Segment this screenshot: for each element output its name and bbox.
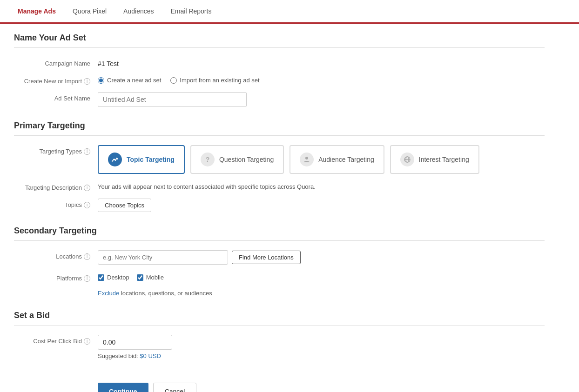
create-new-info-icon[interactable]: i [84, 78, 90, 85]
targeting-types-row: Targeting Types i Topic Targeting?Questi… [14, 145, 545, 174]
set-a-bid-section: Set a Bid Cost Per Click Bid i Suggested… [14, 311, 545, 359]
checkbox-input-mobile[interactable] [137, 274, 143, 281]
targeting-description-label: Targeting Description i [14, 181, 98, 191]
exclude-row: Exclude locations, questions, or audienc… [14, 289, 545, 297]
secondary-targeting-section: Secondary Targeting Locations i Find Mor… [14, 226, 545, 297]
platform-label-mobile: Mobile [146, 274, 164, 281]
cost-per-click-row: Cost Per Click Bid i Suggested bid: $0 U… [14, 335, 545, 359]
svg-point-0 [305, 157, 308, 159]
location-input-row: Find More Locations [98, 250, 545, 265]
nav-item-manage-ads[interactable]: Manage Ads [9, 0, 64, 24]
exclude-label-spacer [14, 289, 98, 292]
secondary-targeting-title: Secondary Targeting [14, 226, 545, 241]
create-new-label: Create New or Import i [14, 75, 98, 85]
targeting-card-label-topic: Topic Targeting [127, 156, 175, 163]
locations-row: Locations i Find More Locations [14, 250, 545, 265]
targeting-description-text: Your ads will appear next to content ass… [98, 181, 545, 190]
interest-icon [400, 153, 414, 166]
cancel-button[interactable]: Cancel [153, 383, 197, 392]
targeting-card-interest[interactable]: Interest Targeting [390, 145, 479, 174]
targeting-card-audience[interactable]: Audience Targeting [290, 145, 384, 174]
radio-input-import[interactable] [170, 77, 177, 84]
targeting-card-label-audience: Audience Targeting [318, 156, 374, 163]
topics-info-icon[interactable]: i [84, 202, 90, 208]
targeting-card-label-question: Question Targeting [219, 156, 274, 163]
continue-button[interactable]: Continue [98, 383, 148, 392]
exclude-text-container: Exclude locations, questions, or audienc… [98, 290, 212, 297]
platforms-row: Platforms i DesktopMobile [14, 272, 545, 282]
bid-section-title: Set a Bid [14, 311, 545, 326]
create-new-row: Create New or Import i Create a new ad s… [14, 75, 545, 85]
locations-label: Locations i [14, 250, 98, 260]
nav-item-quora-pixel[interactable]: Quora Pixel [64, 0, 115, 24]
ad-set-name-row: Ad Set Name [14, 92, 545, 107]
location-input[interactable] [98, 250, 228, 265]
targeting-description-row: Targeting Description i Your ads will ap… [14, 181, 545, 191]
ad-set-name-label: Ad Set Name [14, 92, 98, 102]
targeting-card-topic[interactable]: Topic Targeting [98, 145, 185, 174]
topics-content: Choose Topics [98, 199, 545, 212]
top-nav: Manage AdsQuora PixelAudiencesEmail Repo… [0, 0, 579, 24]
campaign-name-value: #1 Test [98, 57, 545, 67]
platforms-content: DesktopMobile [98, 272, 545, 281]
platforms-info-icon[interactable]: i [84, 275, 90, 282]
exclude-content: Exclude locations, questions, or audienc… [98, 289, 545, 297]
name-section-title: Name Your Ad Set [14, 33, 545, 48]
create-new-options: Create a new ad setImport from an existi… [98, 75, 545, 84]
platform-checkbox-desktop[interactable]: Desktop [98, 274, 129, 281]
radio-option-new[interactable]: Create a new ad set [98, 77, 161, 84]
name-your-ad-set-section: Name Your Ad Set Campaign Name #1 Test C… [14, 33, 545, 107]
locations-info-icon[interactable]: i [84, 253, 90, 260]
exclude-suffix: locations, questions, or audiences [119, 290, 212, 297]
suggested-bid-text: Suggested bid: $0 USD [98, 352, 545, 359]
ad-set-name-input[interactable] [98, 92, 247, 107]
bid-input[interactable] [98, 335, 172, 350]
campaign-name-label: Campaign Name [14, 57, 98, 67]
targeting-card-label-interest: Interest Targeting [419, 156, 469, 163]
targeting-types-info-icon[interactable]: i [84, 148, 90, 155]
bid-info-icon[interactable]: i [84, 338, 90, 345]
campaign-name-row: Campaign Name #1 Test [14, 57, 545, 67]
nav-item-email-reports[interactable]: Email Reports [162, 0, 220, 24]
platform-checkbox-mobile[interactable]: Mobile [137, 274, 164, 281]
radio-option-import[interactable]: Import from an existing ad set [170, 77, 259, 84]
choose-topics-button[interactable]: Choose Topics [98, 199, 151, 212]
nav-item-audiences[interactable]: Audiences [115, 0, 162, 24]
topics-row: Topics i Choose Topics [14, 199, 545, 212]
topics-label: Topics i [14, 199, 98, 208]
exclude-link[interactable]: Exclude [98, 290, 119, 297]
cost-per-click-label: Cost Per Click Bid i [14, 335, 98, 345]
suggested-bid-value: $0 USD [140, 352, 161, 359]
find-more-locations-button[interactable]: Find More Locations [232, 251, 301, 264]
radio-label-import: Import from an existing ad set [180, 77, 259, 84]
ad-set-name-content [98, 92, 545, 107]
targeting-card-question[interactable]: ?Question Targeting [190, 145, 284, 174]
question-icon: ? [201, 153, 215, 166]
radio-input-new[interactable] [98, 77, 104, 84]
primary-targeting-title: Primary Targeting [14, 121, 545, 136]
primary-targeting-section: Primary Targeting Targeting Types i Topi… [14, 121, 545, 212]
checkbox-input-desktop[interactable] [98, 274, 104, 281]
targeting-cards-container: Topic Targeting?Question TargetingAudien… [98, 145, 545, 174]
platforms-label: Platforms i [14, 272, 98, 282]
targeting-types-label: Targeting Types i [14, 145, 98, 155]
locations-content: Find More Locations [98, 250, 545, 265]
audience-icon [300, 153, 314, 166]
platform-label-desktop: Desktop [107, 274, 129, 281]
targeting-description-info-icon[interactable]: i [84, 185, 90, 191]
topic-icon [108, 153, 122, 166]
radio-label-new: Create a new ad set [107, 77, 161, 84]
action-buttons: Continue Cancel [14, 373, 545, 392]
bid-content: Suggested bid: $0 USD [98, 335, 545, 359]
main-content: Name Your Ad Set Campaign Name #1 Test C… [0, 24, 559, 392]
